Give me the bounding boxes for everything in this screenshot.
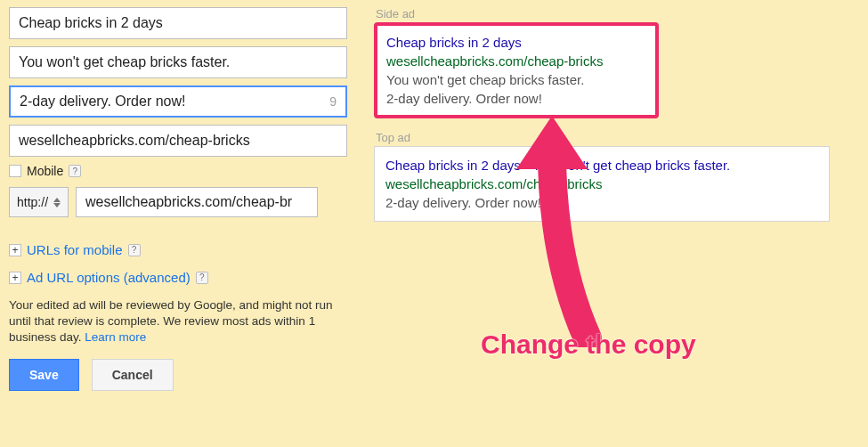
final-url-input[interactable]: wesellcheapbricks.com/cheap-br: [76, 187, 318, 217]
headline1-input[interactable]: Cheap bricks in 2 days: [9, 7, 347, 39]
urls-for-mobile-label: URLs for mobile: [27, 242, 123, 257]
top-ad-title: Cheap bricks in 2 days - You won't get c…: [385, 156, 818, 175]
side-ad-preview: Cheap bricks in 2 days wesellcheapbricks…: [374, 22, 659, 118]
char-counter: 9: [329, 94, 337, 109]
ad-url-options-label: Ad URL options (advanced): [27, 270, 191, 285]
select-icon: [53, 198, 61, 207]
side-ad-label: Side ad: [376, 7, 859, 20]
description-input[interactable]: 2-day delivery. Order now! 9: [9, 85, 347, 118]
learn-more-link[interactable]: Learn more: [85, 330, 146, 344]
help-icon[interactable]: ?: [69, 165, 81, 177]
headline2-value: You won't get cheap bricks faster.: [19, 54, 230, 70]
urls-for-mobile-expander[interactable]: + URLs for mobile ?: [9, 242, 356, 257]
protocol-value: http://: [17, 195, 48, 209]
side-ad-line2: 2-day delivery. Order now!: [386, 89, 646, 108]
review-note-text: Your edited ad will be reviewed by Googl…: [9, 298, 332, 344]
side-ad-line1: You won't get cheap bricks faster.: [386, 70, 646, 89]
help-icon[interactable]: ?: [196, 272, 208, 284]
description-value: 2-day delivery. Order now!: [20, 93, 185, 110]
headline1-value: Cheap bricks in 2 days: [19, 15, 163, 31]
side-ad-title: Cheap bricks in 2 days: [386, 33, 646, 52]
save-button[interactable]: Save: [9, 359, 79, 391]
cancel-button[interactable]: Cancel: [92, 359, 174, 391]
top-ad-preview: Cheap bricks in 2 days - You won't get c…: [374, 146, 830, 222]
display-url-input[interactable]: wesellcheapbricks.com/cheap-bricks: [9, 125, 347, 157]
final-url-value: wesellcheapbricks.com/cheap-br: [85, 194, 292, 210]
top-ad-line1: 2-day delivery. Order now!: [385, 193, 818, 212]
ad-url-options-expander[interactable]: + Ad URL options (advanced) ?: [9, 270, 356, 285]
headline2-input[interactable]: You won't get cheap bricks faster.: [9, 46, 347, 78]
review-note: Your edited ad will be reviewed by Googl…: [9, 297, 347, 346]
side-ad-url: wesellcheapbricks.com/cheap-bricks: [386, 52, 646, 70]
top-ad-url: wesellcheapbricks.com/cheap-bricks: [385, 175, 818, 193]
annotation-text: Change the copy: [481, 329, 696, 360]
protocol-select[interactable]: http://: [9, 187, 69, 217]
plus-icon: +: [9, 244, 21, 256]
display-url-value: wesellcheapbricks.com/cheap-bricks: [19, 133, 250, 149]
mobile-label: Mobile: [27, 164, 63, 178]
help-icon[interactable]: ?: [128, 244, 141, 256]
plus-icon: +: [9, 272, 21, 284]
mobile-checkbox[interactable]: [9, 165, 21, 177]
top-ad-label: Top ad: [376, 131, 859, 144]
